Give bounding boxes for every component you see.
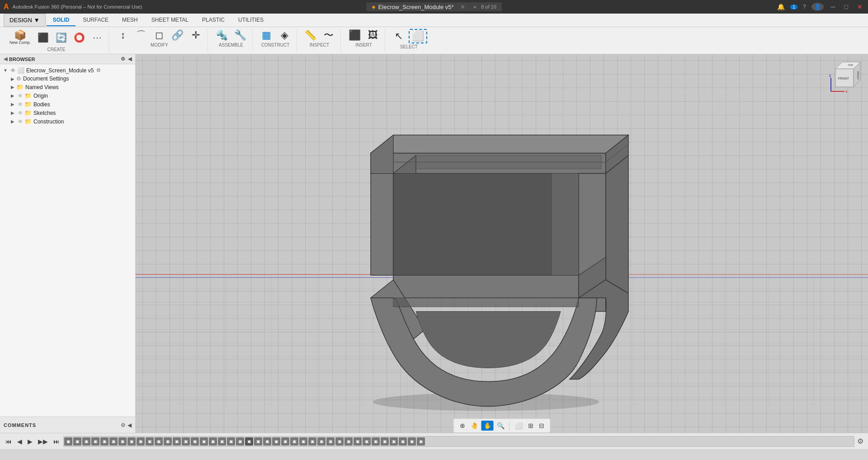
close-button[interactable]: ✕ bbox=[855, 3, 864, 10]
timeline-marker-15[interactable]: ▣ bbox=[200, 437, 208, 446]
timeline-marker-12[interactable]: ▣ bbox=[173, 437, 181, 446]
timeline-end-button[interactable]: ⏭ bbox=[52, 437, 61, 446]
timeline-marker-32[interactable]: ▣ bbox=[354, 437, 362, 446]
browser-expand-icon[interactable]: ◀ bbox=[128, 56, 132, 62]
window-select-button[interactable]: ⬜ bbox=[409, 29, 427, 43]
modify-press-pull-button[interactable]: ↕ bbox=[115, 29, 131, 42]
tree-item-sketches[interactable]: ▶ 👁 📁 Sketches bbox=[0, 109, 135, 117]
tree-item-root[interactable]: ▼ 👁 ⬜ Elecrow_Screen_Module v5 ⚙ bbox=[0, 66, 135, 75]
create-revolve-button[interactable]: 🔄 bbox=[53, 32, 69, 43]
tab-add-icon[interactable]: + bbox=[473, 4, 477, 10]
display-mode-button[interactable]: ⬜ bbox=[513, 421, 525, 431]
timeline-marker-28[interactable]: ▣ bbox=[317, 437, 326, 446]
timeline-marker-18[interactable]: ▣ bbox=[227, 437, 235, 446]
timeline-marker-2[interactable]: ▣ bbox=[82, 437, 90, 446]
create-new-component-button[interactable]: 📦 New Comp. bbox=[7, 29, 33, 46]
timeline-marker-8[interactable]: ▣ bbox=[137, 437, 145, 446]
modify-combine-button[interactable]: 🔗 bbox=[169, 29, 186, 42]
tree-item-origin[interactable]: ▶ 👁 📁 Origin bbox=[0, 91, 135, 100]
timeline-marker-6[interactable]: ▣ bbox=[118, 437, 127, 446]
tab-solid[interactable]: SOLID bbox=[47, 14, 76, 26]
timeline-marker-7[interactable]: ▣ bbox=[127, 437, 136, 446]
timeline-marker-31[interactable]: ▣ bbox=[344, 437, 353, 446]
tree-item-bodies[interactable]: ▶ 👁 📁 Bodies bbox=[0, 100, 135, 109]
pan-button[interactable]: 🤚 bbox=[468, 421, 481, 431]
timeline-marker-30[interactable]: ▣ bbox=[335, 437, 344, 446]
assemble-joint-button[interactable]: 🔩 bbox=[213, 29, 230, 42]
inspect-measure-button[interactable]: 📏 bbox=[302, 29, 319, 42]
timeline-marker-22[interactable]: ▣ bbox=[263, 437, 271, 446]
tab-close-icon[interactable]: ✕ bbox=[460, 4, 465, 10]
browser-settings-icon[interactable]: ⚙ bbox=[121, 56, 125, 62]
timeline-marker-38[interactable]: ▣ bbox=[408, 437, 416, 446]
create-hole-button[interactable]: ⭕ bbox=[71, 32, 87, 43]
comments-settings-icon[interactable]: ⚙ bbox=[121, 422, 126, 428]
inspect-curvature-button[interactable]: 〜 bbox=[321, 29, 337, 42]
timeline-marker-36[interactable]: ▣ bbox=[390, 437, 398, 446]
design-dropdown-button[interactable]: DESIGN ▼ bbox=[4, 14, 46, 27]
timeline-marker-34[interactable]: ▣ bbox=[372, 437, 380, 446]
timeline-marker-26[interactable]: ▣ bbox=[299, 437, 307, 446]
tab-surface[interactable]: SURFACE bbox=[76, 14, 115, 26]
timeline-settings-icon[interactable]: ⚙ bbox=[856, 436, 864, 446]
timeline-marker-10[interactable]: ▣ bbox=[155, 437, 163, 446]
modify-shell-button[interactable]: ◻ bbox=[151, 29, 167, 42]
select-button[interactable]: ↖ bbox=[391, 30, 407, 43]
timeline-marker-14[interactable]: ▣ bbox=[191, 437, 199, 446]
insert-svg-button[interactable]: 🖼 bbox=[365, 29, 381, 42]
create-extrude-button[interactable]: ⬛ bbox=[35, 32, 51, 43]
timeline-marker-11[interactable]: ▣ bbox=[164, 437, 172, 446]
maximize-button[interactable]: □ bbox=[843, 3, 850, 10]
tree-item-doc-settings[interactable]: ▶ ⚙ Document Settings bbox=[0, 75, 135, 83]
timeline-marker-4[interactable]: ▣ bbox=[100, 437, 108, 446]
timeline-marker-0[interactable]: ▣ bbox=[64, 437, 72, 446]
timeline-marker-16[interactable]: ▣ bbox=[209, 437, 217, 446]
timeline-next-button[interactable]: ▶▶ bbox=[36, 437, 50, 446]
modify-fillet-button[interactable]: ⌒ bbox=[133, 29, 149, 42]
environment-button[interactable]: ⊟ bbox=[537, 421, 547, 431]
tab-utilities[interactable]: UTILITIES bbox=[232, 14, 270, 26]
timeline-prev-button[interactable]: ◀ bbox=[15, 437, 24, 446]
grid-button[interactable]: ⊞ bbox=[526, 421, 536, 431]
tab-mesh[interactable]: MESH bbox=[116, 14, 144, 26]
timeline-marker-17[interactable]: ▣ bbox=[218, 437, 226, 446]
hand-button[interactable]: ✋ bbox=[481, 421, 494, 431]
user-icon[interactable]: 👤 bbox=[811, 3, 824, 11]
timeline-play-button[interactable]: ▶ bbox=[26, 437, 34, 446]
assemble-asbuilt-button[interactable]: 🔧 bbox=[232, 29, 249, 42]
minimize-button[interactable]: ─ bbox=[829, 3, 837, 10]
timeline-marker-24[interactable]: ▣ bbox=[281, 437, 289, 446]
root-settings-icon[interactable]: ⚙ bbox=[96, 67, 101, 73]
timeline-marker-1[interactable]: ▣ bbox=[73, 437, 81, 446]
timeline-marker-23[interactable]: ▣ bbox=[272, 437, 280, 446]
timeline-marker-37[interactable]: ▣ bbox=[399, 437, 407, 446]
timeline-start-button[interactable]: ⏮ bbox=[4, 437, 14, 446]
construct-offset-plane-button[interactable]: ▦ bbox=[258, 29, 274, 42]
viewport[interactable]: CONSTRUCT - FRONT RIGHT TOP Z X ⊕ � bbox=[136, 54, 868, 433]
timeline-marker-39[interactable]: ▣ bbox=[417, 437, 425, 446]
notification-icon[interactable]: 🔔 bbox=[777, 3, 785, 10]
zoom-button[interactable]: 🔍 bbox=[495, 421, 507, 431]
timeline-marker-3[interactable]: ▣ bbox=[91, 437, 99, 446]
timeline-marker-21[interactable]: ▣ bbox=[254, 437, 262, 446]
timeline-marker-27[interactable]: ▣ bbox=[308, 437, 316, 446]
tab-sheet-metal[interactable]: SHEET METAL bbox=[145, 14, 195, 26]
modify-move-button[interactable]: ✛ bbox=[188, 29, 204, 42]
create-more-button[interactable]: ⋯ bbox=[89, 32, 105, 43]
timeline-marker-9[interactable]: ▣ bbox=[146, 437, 154, 446]
timeline-marker-13[interactable]: ▣ bbox=[182, 437, 190, 446]
timeline-marker-20[interactable]: ▣ bbox=[245, 437, 253, 446]
construct-midplane-button[interactable]: ◈ bbox=[276, 29, 292, 42]
timeline-marker-5[interactable]: ▣ bbox=[109, 437, 118, 446]
pivot-button[interactable]: ⊕ bbox=[458, 421, 467, 431]
tab-plastic[interactable]: PLASTIC bbox=[196, 14, 231, 26]
timeline-marker-35[interactable]: ▣ bbox=[381, 437, 389, 446]
timeline-marker-19[interactable]: ▣ bbox=[236, 437, 244, 446]
tree-item-construction[interactable]: ▶ 👁 📁 Construction bbox=[0, 117, 135, 126]
tree-item-named-views[interactable]: ▶ 📁 Named Views bbox=[0, 83, 135, 91]
orientation-cube[interactable]: FRONT RIGHT TOP Z X bbox=[826, 60, 863, 96]
help-icon[interactable]: ? bbox=[803, 4, 806, 10]
insert-mesh-button[interactable]: ⬛ bbox=[346, 29, 363, 42]
timeline-marker-29[interactable]: ▣ bbox=[326, 437, 335, 446]
timeline-marker-33[interactable]: ▣ bbox=[363, 437, 371, 446]
